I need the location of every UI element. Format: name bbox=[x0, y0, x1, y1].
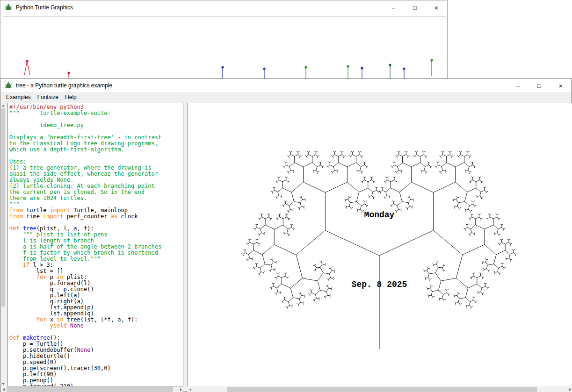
scroll-down-arrow[interactable] bbox=[1, 381, 6, 386]
code-hscroll-thumb[interactable] bbox=[7, 387, 173, 392]
turtle-icon bbox=[5, 4, 12, 11]
turtle-icon bbox=[5, 82, 12, 89]
scroll-right-arrow[interactable] bbox=[567, 386, 572, 392]
turtledemo-tree-window: tree - a Python turtle graphics example … bbox=[0, 78, 572, 392]
turtle-pin bbox=[361, 67, 363, 79]
turtle-pin bbox=[67, 71, 70, 78]
turtle-pins-drawing bbox=[3, 16, 446, 81]
code-horizontal-scrollbar[interactable] bbox=[1, 386, 183, 392]
turtle-graphics-canvas bbox=[3, 16, 446, 81]
menubar: Examples Fontsize Help bbox=[0, 92, 572, 103]
canvas-text-label: Sep. 8 2025 bbox=[352, 280, 407, 289]
turtle-pin bbox=[430, 59, 433, 76]
turtle-pin bbox=[403, 67, 405, 79]
menu-examples[interactable]: Examples bbox=[3, 92, 34, 103]
code-line bbox=[9, 153, 183, 159]
back-minimize-button[interactable]: – bbox=[383, 0, 404, 14]
turtle-pin bbox=[389, 64, 391, 79]
front-close-button[interactable]: × bbox=[550, 79, 572, 92]
back-window-title: Python Turtle Graphics bbox=[16, 4, 383, 11]
canvas-hscroll-thumb[interactable] bbox=[227, 387, 537, 392]
vertical-scrollbar-thumb[interactable] bbox=[1, 108, 5, 306]
code-line: which use a depth-first-algorithm. bbox=[9, 147, 183, 153]
back-window-titlebar[interactable]: Python Turtle Graphics – □ × bbox=[0, 0, 447, 14]
turtle-pin bbox=[24, 60, 30, 75]
turtle-pin bbox=[347, 65, 349, 79]
front-window-titlebar[interactable]: tree - a Python turtle graphics example … bbox=[0, 79, 572, 92]
turtle-pin bbox=[221, 66, 224, 79]
scroll-right-arrow[interactable] bbox=[178, 386, 183, 392]
code-vertical-scrollbar[interactable] bbox=[1, 103, 6, 386]
tree-branches bbox=[242, 151, 517, 349]
fractal-tree-drawing: MondaySep. 8 2025 bbox=[188, 103, 572, 386]
canvas-horizontal-scrollbar[interactable] bbox=[188, 386, 572, 392]
menu-help[interactable]: Help bbox=[62, 92, 80, 103]
canvas-text-label: Monday bbox=[364, 210, 395, 220]
turtle-demo-canvas: MondaySep. 8 2025 bbox=[188, 103, 572, 386]
code-line: """ turtle-example-suite: bbox=[9, 110, 183, 116]
code-line: tdemo_tree.py bbox=[9, 122, 183, 128]
front-window-title: tree - a Python turtle graphics example bbox=[16, 82, 507, 89]
scroll-left-arrow[interactable] bbox=[1, 386, 6, 392]
menu-fontsize[interactable]: Fontsize bbox=[34, 92, 62, 103]
back-close-button[interactable]: × bbox=[426, 0, 447, 14]
code-line: yield None bbox=[9, 323, 183, 329]
code-line: from time import perf_counter as clock bbox=[9, 214, 183, 220]
turtle-pin bbox=[304, 66, 307, 79]
turtle-pin bbox=[263, 67, 265, 79]
code-editor[interactable]: #!/usr/bin/env python3""" turtle-example… bbox=[7, 103, 183, 386]
scroll-up-arrow[interactable] bbox=[1, 103, 6, 108]
front-minimize-button[interactable]: – bbox=[507, 79, 529, 92]
front-maximize-button[interactable]: □ bbox=[529, 79, 550, 92]
back-maximize-button[interactable]: □ bbox=[404, 0, 426, 14]
scroll-left-arrow[interactable] bbox=[188, 386, 193, 392]
code-line: there are 1024 turtles. bbox=[9, 195, 183, 201]
